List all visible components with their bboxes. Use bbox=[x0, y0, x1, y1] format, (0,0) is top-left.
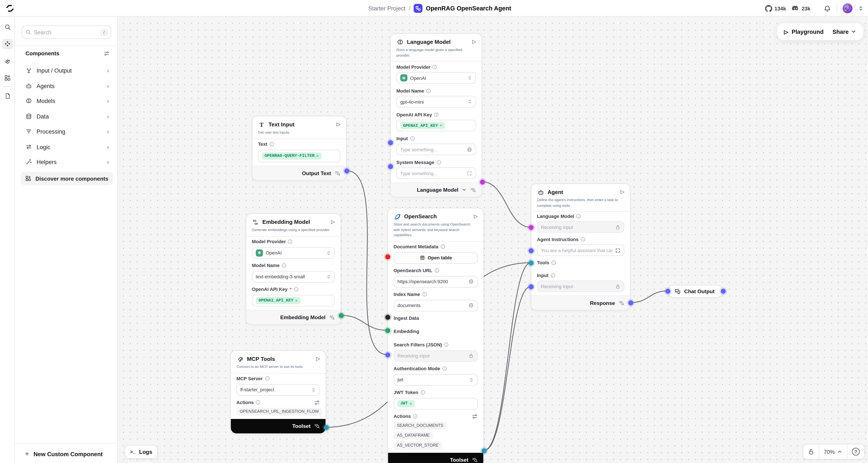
run-node-icon[interactable]: ▷ bbox=[621, 190, 624, 195]
variable-tag[interactable]: OPENRAG-QUERY-FILTER× bbox=[262, 152, 321, 160]
lock-toggle-button[interactable] bbox=[803, 444, 819, 459]
agent-instructions-input[interactable]: You are a helpful assistant that can bbox=[537, 244, 624, 256]
info-icon[interactable] bbox=[426, 88, 431, 93]
mcp-server-select[interactable]: lf-starter_project bbox=[236, 384, 320, 396]
inspect-output-icon[interactable] bbox=[334, 170, 340, 176]
info-icon[interactable] bbox=[444, 343, 449, 347]
action-tag[interactable]: AS_VECTOR_STORE bbox=[394, 441, 442, 449]
model-name-select[interactable]: gpt-4o-mini bbox=[396, 96, 476, 108]
variable-tag[interactable]: OPENAI_API_KEY× bbox=[256, 297, 301, 304]
sidebar-item-agents[interactable]: Agents› bbox=[22, 79, 113, 93]
model-provider-select[interactable]: ∗ OpenAI bbox=[252, 247, 335, 259]
index-name-input[interactable]: documents bbox=[394, 299, 478, 311]
rail-bundles-icon[interactable] bbox=[2, 56, 12, 66]
info-icon[interactable] bbox=[434, 112, 439, 117]
info-icon[interactable] bbox=[581, 237, 585, 241]
rail-search-icon[interactable] bbox=[2, 22, 12, 32]
rail-store-icon[interactable] bbox=[2, 73, 12, 83]
info-icon[interactable] bbox=[551, 273, 555, 278]
info-icon[interactable] bbox=[270, 142, 274, 146]
sidebar-item-helpers[interactable]: Helpers› bbox=[22, 155, 113, 169]
remove-tag-icon[interactable]: × bbox=[295, 298, 298, 303]
filter-actions-icon[interactable] bbox=[314, 399, 320, 406]
info-icon[interactable] bbox=[441, 244, 445, 249]
info-icon[interactable] bbox=[551, 260, 556, 265]
filter-components-icon[interactable] bbox=[103, 51, 110, 57]
zoom-level-button[interactable]: 70% bbox=[819, 444, 847, 459]
sidebar-item-processing[interactable]: Processing› bbox=[22, 124, 113, 139]
info-icon[interactable] bbox=[421, 390, 425, 395]
inspect-output-icon[interactable] bbox=[618, 300, 624, 306]
run-node-icon[interactable]: ▷ bbox=[331, 220, 335, 224]
playground-button[interactable]: ▷ Playground bbox=[784, 28, 824, 35]
node-chat-output[interactable]: Chat Output bbox=[668, 285, 723, 298]
sidebar-item-input-output[interactable]: Input / Output› bbox=[22, 63, 113, 78]
info-icon[interactable] bbox=[410, 136, 414, 140]
github-stars[interactable]: 134k bbox=[765, 5, 786, 12]
globe-icon[interactable] bbox=[468, 302, 474, 308]
info-icon[interactable] bbox=[433, 64, 437, 69]
remove-tag-icon[interactable]: × bbox=[439, 123, 442, 128]
rail-files-icon[interactable] bbox=[2, 90, 12, 101]
node-mcp-tools[interactable]: MCP Tools ▷ Connect to an MCP server to … bbox=[230, 350, 326, 434]
run-node-icon[interactable]: ▷ bbox=[316, 356, 320, 361]
info-icon[interactable] bbox=[434, 268, 439, 273]
sidebar-item-models[interactable]: Models› bbox=[22, 94, 113, 108]
account-chevron-icon[interactable] bbox=[858, 5, 864, 11]
model-provider-select[interactable]: ∗ OpenAI bbox=[396, 72, 476, 84]
filter-actions-icon[interactable] bbox=[472, 413, 478, 419]
node-embedding-model[interactable]: Embedding Model ▷ Generate embeddings us… bbox=[246, 213, 341, 324]
info-icon[interactable] bbox=[265, 376, 270, 381]
opensearch-url-input[interactable]: https://opensearch:9200 bbox=[394, 276, 478, 287]
action-tag[interactable]: SEARCH_DOCUMENTS bbox=[394, 422, 446, 429]
variable-tag[interactable]: JWT× bbox=[398, 400, 415, 407]
remove-tag-icon[interactable]: × bbox=[409, 401, 412, 406]
info-icon[interactable] bbox=[282, 263, 286, 268]
new-custom-component-button[interactable]: + New Custom Component bbox=[15, 443, 117, 463]
node-opensearch[interactable]: OpenSearch ▷ Store and search documents … bbox=[388, 208, 484, 463]
discord-count[interactable]: 23k bbox=[792, 4, 810, 12]
help-button[interactable]: ? bbox=[847, 444, 864, 459]
avatar[interactable]: 🚀 bbox=[842, 3, 852, 13]
rail-components-icon[interactable] bbox=[2, 39, 12, 49]
run-node-icon[interactable]: ▷ bbox=[472, 39, 476, 44]
globe-icon[interactable] bbox=[467, 147, 472, 152]
globe-icon[interactable] bbox=[468, 279, 474, 284]
info-icon[interactable] bbox=[422, 292, 427, 297]
inspect-output-icon[interactable] bbox=[470, 187, 476, 193]
text-value-input[interactable]: OPENRAG-QUERY-FILTER× bbox=[258, 149, 340, 162]
share-button[interactable]: Share bbox=[833, 28, 856, 35]
info-icon[interactable] bbox=[577, 213, 581, 218]
logs-button[interactable]: >_ Logs bbox=[125, 445, 158, 459]
action-tag[interactable]: AS_DATAFRAME bbox=[394, 432, 433, 439]
input-field[interactable]: Type something... bbox=[396, 144, 476, 155]
info-icon[interactable] bbox=[437, 160, 441, 164]
node-text-input[interactable]: T Text Input ▷ Get user text inputs. Tex… bbox=[252, 116, 346, 180]
info-icon[interactable] bbox=[294, 287, 298, 291]
inspect-output-icon[interactable] bbox=[472, 457, 478, 463]
system-message-field[interactable]: Type something... bbox=[396, 168, 476, 179]
action-tag[interactable]: OPENSEARCH_URL_INGESTION_FLOW bbox=[236, 408, 322, 415]
sidebar-item-logic[interactable]: Logic› bbox=[22, 139, 113, 154]
langflow-logo[interactable] bbox=[5, 4, 14, 13]
expand-icon[interactable] bbox=[615, 248, 621, 253]
inspect-output-icon[interactable] bbox=[329, 314, 335, 320]
expand-icon[interactable] bbox=[467, 170, 472, 176]
info-icon[interactable] bbox=[442, 367, 447, 371]
info-icon[interactable] bbox=[413, 414, 417, 418]
flow-title[interactable]: OpenRAG OpenSearch Agent bbox=[426, 5, 512, 11]
model-name-select[interactable]: text-embedding-3-small bbox=[252, 271, 335, 282]
discover-more-components-button[interactable]: Discover more components bbox=[21, 172, 113, 185]
breadcrumb-project[interactable]: Starter Project bbox=[368, 5, 405, 11]
remove-tag-icon[interactable]: × bbox=[316, 153, 319, 158]
open-table-button[interactable]: Open table bbox=[394, 252, 478, 264]
sidebar-item-data[interactable]: Data› bbox=[22, 109, 113, 123]
info-icon[interactable] bbox=[256, 400, 260, 405]
search-input[interactable]: Search / bbox=[22, 26, 112, 39]
auth-mode-select[interactable]: jwt bbox=[394, 374, 478, 385]
api-key-input[interactable]: OPENAI_API_KEY× bbox=[252, 294, 335, 306]
node-language-model[interactable]: Language Model ▷ Runs a language model g… bbox=[390, 33, 482, 197]
notifications-bell-icon[interactable] bbox=[824, 5, 831, 12]
variable-tag[interactable]: OPENAI_API_KEY× bbox=[400, 122, 445, 129]
inspect-output-icon[interactable] bbox=[314, 423, 320, 429]
